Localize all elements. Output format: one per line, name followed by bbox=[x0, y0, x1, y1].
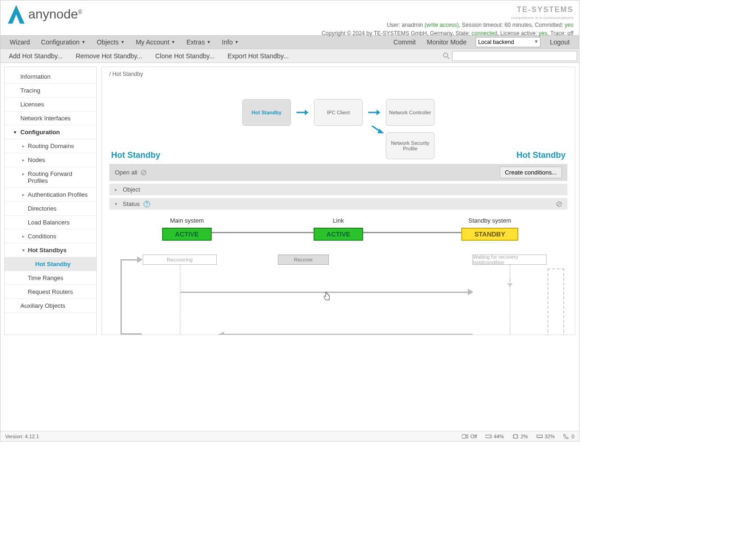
cursor-pointer-icon bbox=[323, 292, 331, 301]
flow-recovering: Recovering bbox=[143, 255, 217, 265]
chevron-right-icon: ▸ bbox=[115, 187, 117, 192]
diagram-ipc-client[interactable]: IPC Client bbox=[314, 99, 363, 126]
session-info: User: anadmin (write access), Session ti… bbox=[321, 21, 573, 29]
footer-recording: Off bbox=[462, 434, 477, 439]
chevron-down-icon: ▾ bbox=[115, 201, 117, 206]
svg-marker-8 bbox=[377, 129, 384, 133]
nav-nodes[interactable]: Nodes bbox=[5, 153, 96, 167]
svg-marker-17 bbox=[507, 283, 513, 287]
search-icon bbox=[443, 52, 450, 60]
status-link-badge: ACTIVE bbox=[314, 228, 363, 241]
menu-myaccount[interactable]: My Account▼ bbox=[130, 38, 181, 46]
nav-request-routers[interactable]: Request Routers bbox=[5, 285, 96, 299]
version-label: Version: 4.12.1 bbox=[5, 434, 39, 439]
nav-information[interactable]: Information bbox=[5, 70, 96, 84]
prohibit-icon bbox=[141, 170, 146, 175]
open-all-button[interactable]: Open all bbox=[115, 169, 137, 176]
svg-marker-13 bbox=[137, 256, 143, 263]
nav-licenses[interactable]: Licenses bbox=[5, 98, 96, 112]
nav-hot-standbys[interactable]: Hot Standbys bbox=[5, 243, 96, 257]
nav-routing-forward[interactable]: Routing Forward Profiles bbox=[5, 167, 96, 188]
add-hotstandby-button[interactable]: Add Hot Standby... bbox=[2, 52, 69, 60]
menu-logout[interactable]: Logout bbox=[544, 38, 575, 46]
nav-time-ranges[interactable]: Time Ranges bbox=[5, 271, 96, 285]
menu-commit[interactable]: Commit bbox=[388, 38, 421, 46]
panel-object[interactable]: ▸ Object bbox=[109, 184, 567, 195]
page-title-left: Hot Standby bbox=[111, 150, 160, 160]
panel-status[interactable]: ▾ Status ? bbox=[109, 198, 567, 210]
chevron-down-icon: ▼ bbox=[207, 40, 211, 44]
svg-point-21 bbox=[490, 436, 491, 437]
nav-hot-standby[interactable]: Hot Standby bbox=[5, 257, 96, 271]
logo-icon bbox=[6, 4, 26, 27]
nav-tracing[interactable]: Tracing bbox=[5, 84, 96, 98]
menu-info[interactable]: Info▼ bbox=[216, 38, 244, 46]
header: anynode® TE-SYSTEMS competence in e-comm… bbox=[0, 0, 579, 35]
svg-line-12 bbox=[558, 202, 561, 205]
clone-hotstandby-button[interactable]: Clone Hot Standby... bbox=[149, 52, 221, 60]
menubar: Wizard Configuration▼ Objects▼ My Accoun… bbox=[0, 35, 579, 49]
remove-hotstandby-button[interactable]: Remove Hot Standby... bbox=[69, 52, 149, 60]
search-input[interactable] bbox=[452, 51, 577, 61]
memory-icon bbox=[536, 434, 543, 439]
export-hotstandby-button[interactable]: Export Hot Standby... bbox=[221, 52, 295, 60]
footer: Version: 4.12.1 Off 44% 2% 32% 0 bbox=[0, 431, 579, 441]
status-body: Main system ACTIVE Link ACTIVE Standby s… bbox=[102, 210, 575, 335]
flow-waiting-recovery-standby: Waiting for recovery hold/condition bbox=[472, 255, 547, 265]
arrow-right-icon bbox=[468, 289, 473, 295]
status-main-badge: ACTIVE bbox=[162, 228, 212, 241]
chevron-down-icon: ▼ bbox=[171, 40, 176, 44]
phone-icon bbox=[563, 434, 570, 439]
arrow-right-icon bbox=[368, 109, 380, 116]
menu-monitor[interactable]: Monitor Mode bbox=[421, 38, 472, 46]
menu-wizard[interactable]: Wizard bbox=[4, 38, 36, 46]
nav-routing-domains[interactable]: Routing Domains bbox=[5, 139, 96, 153]
main-area: Information Tracing Licenses Network Int… bbox=[0, 63, 579, 339]
create-conditions-button[interactable]: Create conditions... bbox=[500, 167, 562, 178]
status-main-label: Main system bbox=[111, 217, 263, 224]
arrow-diagonal-icon bbox=[372, 125, 385, 134]
content-panel: / Hot Standby Hot Standby IPC Client Net… bbox=[101, 67, 575, 335]
chevron-down-icon: ▼ bbox=[234, 40, 239, 44]
nav-auxiliary[interactable]: Auxiliary Objects bbox=[5, 299, 96, 313]
breadcrumb: / Hot Standby bbox=[102, 67, 575, 81]
diagram-network-security[interactable]: Network Security Profile bbox=[386, 132, 434, 159]
status-link-label: Link bbox=[263, 217, 414, 224]
menu-objects[interactable]: Objects▼ bbox=[91, 38, 130, 46]
backend-select[interactable]: Local backend bbox=[476, 37, 541, 47]
header-info: TE-SYSTEMS competence in e-communication… bbox=[321, 4, 573, 35]
nav-network[interactable]: Network Interfaces bbox=[5, 112, 96, 125]
panel-status-label: Status bbox=[123, 200, 140, 207]
prohibit-icon bbox=[556, 201, 562, 207]
nav-conditions[interactable]: Conditions bbox=[5, 230, 96, 243]
svg-marker-15 bbox=[468, 289, 473, 295]
copyright-info: Copyright © 2024 by TE-SYSTEMS GmbH, Ger… bbox=[321, 29, 573, 37]
svg-rect-27 bbox=[537, 435, 542, 437]
recording-icon bbox=[462, 434, 468, 439]
svg-marker-4 bbox=[305, 110, 308, 115]
diagram-network-controller[interactable]: Network Controller bbox=[386, 99, 434, 126]
nav-configuration[interactable]: Configuration bbox=[5, 125, 96, 139]
status-link-col: Link ACTIVE bbox=[263, 217, 414, 241]
cpu-icon bbox=[512, 434, 519, 439]
recover-button[interactable]: Recover bbox=[278, 255, 329, 265]
chevron-down-icon: ▼ bbox=[120, 40, 125, 44]
content-scroll[interactable]: / Hot Standby Hot Standby IPC Client Net… bbox=[102, 67, 575, 335]
page-title-right: Hot Standby bbox=[516, 150, 566, 160]
svg-marker-6 bbox=[377, 110, 380, 115]
footer-cpu: 2% bbox=[512, 434, 528, 439]
chevron-down-icon: ▼ bbox=[82, 40, 86, 44]
nav-directories[interactable]: Directories bbox=[5, 202, 96, 216]
diagram-hot-standby[interactable]: Hot Standby bbox=[242, 99, 291, 126]
sidebar: Information Tracing Licenses Network Int… bbox=[4, 67, 97, 335]
top-diagram: Hot Standby IPC Client Network Controlle… bbox=[102, 81, 575, 150]
nav-auth-profiles[interactable]: Authentication Profiles bbox=[5, 188, 96, 202]
status-standby-col: Standby system STANDBY bbox=[414, 217, 566, 241]
status-standby-label: Standby system bbox=[414, 217, 566, 224]
nav-load-balancers[interactable]: Load Balancers bbox=[5, 216, 96, 230]
menu-configuration[interactable]: Configuration▼ bbox=[36, 38, 91, 46]
menu-extras[interactable]: Extras▼ bbox=[181, 38, 216, 46]
arrow-down-icon bbox=[507, 278, 513, 288]
help-icon[interactable]: ? bbox=[144, 201, 150, 207]
logo-area: anynode® bbox=[6, 4, 82, 35]
